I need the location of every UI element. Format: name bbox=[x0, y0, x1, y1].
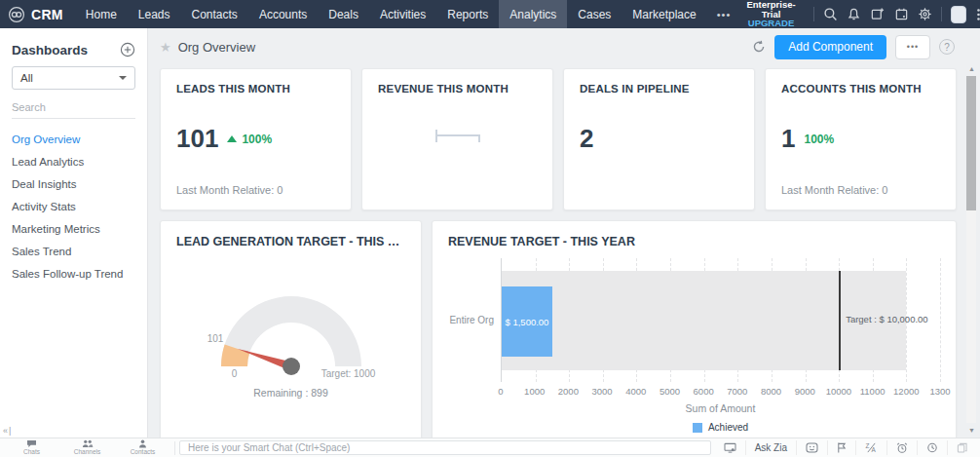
channels-label: Channels bbox=[74, 449, 100, 456]
channels-button[interactable]: Channels bbox=[59, 439, 115, 456]
divider bbox=[174, 441, 175, 455]
plan-upgrade[interactable]: Enterprise-Trial UPGRADE bbox=[740, 0, 802, 28]
achieved-bar[interactable]: $ 1,500.00 bbox=[502, 286, 552, 357]
x-tick-label: 1300 bbox=[929, 386, 950, 397]
content-shell: Dashboards All Org OverviewLead Analytic… bbox=[0, 28, 980, 438]
sidebar-item-sales-follow-up-trend[interactable]: Sales Follow-up Trend bbox=[12, 262, 135, 285]
compose-icon[interactable] bbox=[870, 6, 885, 22]
search-icon[interactable] bbox=[823, 6, 838, 22]
nav-item-reports[interactable]: Reports bbox=[436, 0, 499, 28]
chevron-down-icon bbox=[119, 76, 127, 80]
kpi-title: LEADS THIS MONTH bbox=[176, 83, 335, 95]
kpi-card-revenue-this-month[interactable]: REVENUE THIS MONTH bbox=[361, 68, 553, 210]
main-area: ★ Org Overview Add Component ••• ? LEADS… bbox=[148, 28, 980, 438]
x-tick-label: 2000 bbox=[558, 386, 579, 397]
kpi-delta: 100% bbox=[804, 133, 834, 146]
bottom-chat-bar: Chats Channels Contacts Ask Zia bbox=[0, 438, 980, 457]
chart-legend: Achieved bbox=[501, 422, 940, 433]
dashboard-filter-value: All bbox=[20, 72, 33, 84]
chart-title: LEAD GENERATION TARGET - THIS YE... bbox=[176, 235, 405, 248]
refresh-icon[interactable] bbox=[752, 40, 766, 54]
nav-item-contacts[interactable]: Contacts bbox=[181, 0, 248, 28]
sidebar-title: Dashboards bbox=[12, 43, 88, 57]
x-tick-label: 0 bbox=[498, 386, 503, 397]
help-icon[interactable]: ? bbox=[939, 39, 955, 55]
nav-menu: HomeLeadsContactsAccountsDealsActivities… bbox=[75, 0, 707, 28]
scrollbar-thumb[interactable] bbox=[966, 76, 976, 210]
nav-item-marketplace[interactable]: Marketplace bbox=[622, 0, 706, 28]
sidebar-item-org-overview[interactable]: Org Overview bbox=[12, 128, 135, 150]
achieved-bar-label: $ 1,500.00 bbox=[506, 317, 549, 327]
copy-icon[interactable] bbox=[947, 440, 976, 455]
nav-more-button[interactable]: ••• bbox=[707, 9, 741, 20]
upgrade-link[interactable]: UPGRADE bbox=[740, 19, 802, 28]
target-line bbox=[839, 271, 841, 370]
nav-item-home[interactable]: Home bbox=[75, 0, 128, 28]
gauge-chart-card[interactable]: LEAD GENERATION TARGET - THIS YE... 1010… bbox=[160, 220, 422, 438]
loading-placeholder bbox=[435, 130, 480, 142]
presentation-monitor-icon[interactable] bbox=[715, 440, 745, 455]
gauge-target-label: Target: 1000 bbox=[320, 368, 375, 379]
x-tick-label: 6000 bbox=[694, 386, 714, 397]
history-icon[interactable] bbox=[917, 440, 947, 455]
nav-item-accounts[interactable]: Accounts bbox=[248, 0, 318, 28]
alarm-icon[interactable] bbox=[886, 440, 917, 455]
vertical-scrollbar: ▲ ▼ bbox=[965, 65, 978, 434]
svg-text:Z: Z bbox=[866, 442, 870, 449]
sidebar-collapse-icon[interactable]: «| bbox=[3, 426, 12, 436]
x-tick-label: 8000 bbox=[761, 386, 781, 397]
sidebar-item-deal-insights[interactable]: Deal Insights bbox=[12, 172, 135, 195]
settings-gear-icon[interactable] bbox=[918, 6, 932, 22]
ask-zia-button[interactable]: Ask Zia bbox=[745, 440, 796, 455]
kpi-card-leads-this-month[interactable]: LEADS THIS MONTH 101 100% Last Month Rel… bbox=[160, 68, 352, 210]
favorite-star-icon[interactable]: ★ bbox=[160, 40, 171, 55]
nav-item-cases[interactable]: Cases bbox=[567, 0, 622, 28]
sidebar-item-lead-analytics[interactable]: Lead Analytics bbox=[12, 150, 135, 172]
more-options-button[interactable]: ••• bbox=[895, 35, 930, 59]
revenue-target-chart-card[interactable]: REVENUE TARGET - THIS YEAR Entire Org $ … bbox=[432, 220, 957, 438]
translate-icon[interactable]: Z A bbox=[855, 440, 886, 455]
add-component-button[interactable]: Add Component bbox=[774, 35, 886, 59]
calendar-icon[interactable] bbox=[893, 6, 908, 22]
kpi-title: REVENUE THIS MONTH bbox=[378, 83, 537, 95]
nav-item-analytics[interactable]: Analytics bbox=[499, 0, 567, 28]
flag-icon[interactable] bbox=[827, 440, 855, 455]
dashboard-filter-select[interactable]: All bbox=[12, 66, 135, 90]
scroll-down-arrow[interactable]: ▼ bbox=[965, 427, 978, 434]
legend-swatch bbox=[693, 423, 702, 433]
target-line-label: Target : $ 10,000.00 bbox=[846, 314, 928, 324]
kpi-footer: Last Month Relative: 0 bbox=[781, 184, 887, 196]
notifications-bell-icon[interactable] bbox=[847, 6, 861, 22]
zia-face-icon[interactable] bbox=[796, 440, 827, 455]
sidebar-item-marketing-metrics[interactable]: Marketing Metrics bbox=[12, 217, 135, 240]
kpi-footer: Last Month Relative: 0 bbox=[176, 184, 283, 196]
gauge-chart: 1010Target: 1000 bbox=[176, 274, 405, 383]
kpi-card-deals-in-pipeline[interactable]: DEALS IN PIPELINE 2 bbox=[563, 68, 755, 210]
x-tick-label: 7000 bbox=[727, 386, 747, 397]
apps-grid-icon[interactable] bbox=[975, 6, 980, 22]
contacts-button[interactable]: Contacts bbox=[115, 439, 170, 456]
top-navigation-bar: CRM HomeLeadsContactsAccountsDealsActivi… bbox=[0, 0, 980, 28]
kpi-title: DEALS IN PIPELINE bbox=[580, 83, 738, 95]
sidebar-item-activity-stats[interactable]: Activity Stats bbox=[12, 195, 135, 217]
scroll-up-arrow[interactable]: ▲ bbox=[965, 65, 978, 72]
x-tick-label: 1000 bbox=[524, 386, 545, 397]
gauge-hub bbox=[283, 358, 300, 375]
gridline bbox=[940, 258, 941, 382]
sidebar-item-sales-trend[interactable]: Sales Trend bbox=[12, 240, 135, 262]
add-dashboard-icon[interactable] bbox=[120, 42, 135, 57]
kpi-card-accounts-this-month[interactable]: ACCOUNTS THIS MONTH 1 100% Last Month Re… bbox=[765, 68, 957, 210]
ask-zia-label: Ask Zia bbox=[755, 442, 787, 453]
scrollbar-track[interactable] bbox=[966, 76, 976, 423]
smart-chat-input[interactable] bbox=[179, 440, 711, 455]
nav-item-activities[interactable]: Activities bbox=[369, 0, 436, 28]
brand[interactable]: CRM bbox=[8, 6, 63, 23]
x-tick-label: 12000 bbox=[893, 386, 919, 397]
chats-button[interactable]: Chats bbox=[4, 439, 59, 456]
x-tick-label: 4000 bbox=[625, 386, 646, 397]
dashboard-search-input[interactable] bbox=[12, 95, 135, 119]
nav-item-deals[interactable]: Deals bbox=[318, 0, 369, 28]
user-avatar[interactable] bbox=[951, 6, 966, 23]
nav-item-leads[interactable]: Leads bbox=[128, 0, 181, 28]
x-axis-ticks: 0100020003000400050006000700080009000100… bbox=[501, 386, 940, 399]
